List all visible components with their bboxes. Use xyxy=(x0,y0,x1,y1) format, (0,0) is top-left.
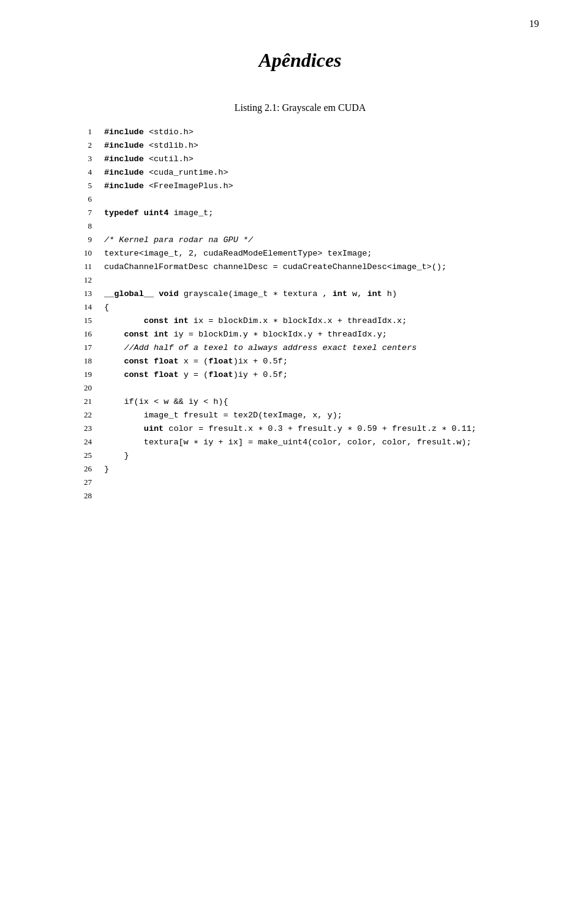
code-line: 12 xyxy=(74,274,539,287)
line-content: { xyxy=(104,301,109,314)
code-line: 17 //Add half of a texel to always addre… xyxy=(74,341,539,355)
code-line: 4#include <cuda_runtime.h> xyxy=(74,166,539,180)
code-line: 16 const int iy = blockDim.y ∗ blockIdx.… xyxy=(74,328,539,341)
chapter-title: Apêndices xyxy=(61,49,539,72)
code-line: 27 xyxy=(74,476,539,490)
line-content xyxy=(104,476,109,490)
line-content xyxy=(104,274,109,287)
line-number: 14 xyxy=(74,301,92,314)
code-block: 1#include <stdio.h>2#include <stdlib.h>3… xyxy=(74,126,539,503)
line-number: 17 xyxy=(74,341,92,354)
line-number: 13 xyxy=(74,287,92,300)
line-content: } xyxy=(104,449,129,463)
line-number: 21 xyxy=(74,395,92,408)
line-content: cudaChannelFormatDesc channelDesc = cuda… xyxy=(104,260,447,274)
line-content xyxy=(104,193,109,207)
line-content xyxy=(104,220,109,234)
line-content: #include <stdio.h> xyxy=(104,126,194,139)
line-number: 15 xyxy=(74,314,92,327)
code-line: 8 xyxy=(74,220,539,234)
line-content: if(ix < w && iy < h){ xyxy=(104,395,228,409)
listing-caption: Listing 2.1: Grayscale em CUDA xyxy=(61,102,539,113)
code-line: 7typedef uint4 image_t; xyxy=(74,207,539,220)
line-content xyxy=(104,490,109,503)
line-content: const int ix = blockDim.x ∗ blockIdx.x +… xyxy=(104,314,407,328)
code-line: 22 image_t fresult = tex2D(texImage, x, … xyxy=(74,409,539,422)
line-content: const int iy = blockDim.y ∗ blockIdx.y +… xyxy=(104,328,387,341)
line-content: #include <cutil.h> xyxy=(104,153,194,166)
line-number: 8 xyxy=(74,220,92,233)
code-line: 3#include <cutil.h> xyxy=(74,153,539,166)
line-content: const float y = (float)iy + 0.5f; xyxy=(104,368,288,382)
line-number: 18 xyxy=(74,355,92,368)
code-line: 14{ xyxy=(74,301,539,314)
line-number: 26 xyxy=(74,463,92,476)
line-number: 4 xyxy=(74,166,92,179)
code-line: 6 xyxy=(74,193,539,207)
line-content: const float x = (float)ix + 0.5f; xyxy=(104,355,288,368)
code-line: 11cudaChannelFormatDesc channelDesc = cu… xyxy=(74,260,539,274)
code-line: 20 xyxy=(74,382,539,395)
code-line: 25 } xyxy=(74,449,539,463)
line-number: 19 xyxy=(74,368,92,381)
line-number: 11 xyxy=(74,260,92,273)
line-content: textura[w ∗ iy + ix] = make_uint4(color,… xyxy=(104,436,472,449)
code-line: 1#include <stdio.h> xyxy=(74,126,539,139)
line-content: texture<image_t, 2, cudaReadModeElementT… xyxy=(104,247,372,260)
line-number: 27 xyxy=(74,476,92,489)
line-content: __global__ void grayscale(image_t ∗ text… xyxy=(104,287,397,301)
code-line: 2#include <stdlib.h> xyxy=(74,139,539,153)
line-content: typedef uint4 image_t; xyxy=(104,207,213,220)
line-content: #include <stdlib.h> xyxy=(104,139,198,153)
line-content: /* Kernel para rodar na GPU */ xyxy=(104,234,253,247)
code-line: 18 const float x = (float)ix + 0.5f; xyxy=(74,355,539,368)
code-line: 5#include <FreeImagePlus.h> xyxy=(74,180,539,193)
line-number: 25 xyxy=(74,449,92,462)
code-line: 24 textura[w ∗ iy + ix] = make_uint4(col… xyxy=(74,436,539,449)
line-number: 5 xyxy=(74,180,92,192)
code-line: 15 const int ix = blockDim.x ∗ blockIdx.… xyxy=(74,314,539,328)
code-line: 13__global__ void grayscale(image_t ∗ te… xyxy=(74,287,539,301)
line-number: 16 xyxy=(74,328,92,341)
page-number: 19 xyxy=(529,18,539,29)
code-line: 10texture<image_t, 2, cudaReadModeElemen… xyxy=(74,247,539,260)
line-content: } xyxy=(104,463,109,476)
line-number: 10 xyxy=(74,247,92,260)
line-number: 7 xyxy=(74,207,92,219)
line-number: 28 xyxy=(74,490,92,503)
line-content: #include <FreeImagePlus.h> xyxy=(104,180,233,193)
line-content: //Add half of a texel to always address … xyxy=(104,341,417,355)
line-number: 6 xyxy=(74,193,92,206)
line-content xyxy=(104,382,109,395)
line-number: 3 xyxy=(74,153,92,165)
code-line: 19 const float y = (float)iy + 0.5f; xyxy=(74,368,539,382)
line-content: uint color = fresult.x ∗ 0.3 + fresult.y… xyxy=(104,422,477,436)
line-number: 23 xyxy=(74,422,92,435)
line-number: 12 xyxy=(74,274,92,287)
line-number: 24 xyxy=(74,436,92,449)
line-number: 20 xyxy=(74,382,92,395)
line-content: image_t fresult = tex2D(texImage, x, y); xyxy=(104,409,342,422)
line-number: 1 xyxy=(74,126,92,139)
line-content: #include <cuda_runtime.h> xyxy=(104,166,228,180)
line-number: 9 xyxy=(74,234,92,246)
line-number: 2 xyxy=(74,139,92,152)
line-number: 22 xyxy=(74,409,92,422)
code-line: 21 if(ix < w && iy < h){ xyxy=(74,395,539,409)
code-line: 26} xyxy=(74,463,539,476)
code-line: 9/* Kernel para rodar na GPU */ xyxy=(74,234,539,247)
code-line: 23 uint color = fresult.x ∗ 0.3 + fresul… xyxy=(74,422,539,436)
code-line: 28 xyxy=(74,490,539,503)
